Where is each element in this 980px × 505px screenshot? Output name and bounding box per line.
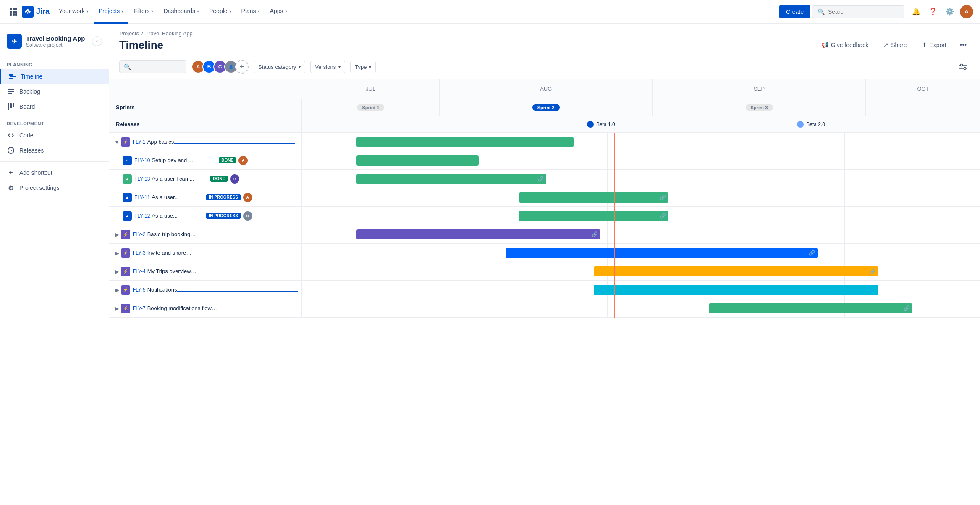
sidebar-add-shortcut[interactable]: + Add shortcut [0, 165, 109, 180]
search-bar[interactable]: 🔍 [812, 5, 904, 18]
svg-point-22 [964, 68, 966, 70]
give-feedback-button[interactable]: 📢 Give feedback [816, 39, 874, 51]
nav-filters[interactable]: Filters ▾ [129, 0, 157, 24]
gantt-bar[interactable]: 🔗 [356, 174, 546, 184]
issue-key[interactable]: FLY-11 [134, 195, 150, 200]
svg-rect-10 [10, 76, 16, 77]
month-sep: SEP [653, 79, 866, 99]
nav-plans[interactable]: Plans ▾ [237, 0, 264, 24]
issue-key[interactable]: FLY-12 [134, 213, 150, 219]
gantt-bar[interactable]: 🔗 [356, 229, 600, 239]
gantt-row-fly2: 🔗 [302, 225, 980, 244]
sidebar-collapse-button[interactable]: ‹ [92, 36, 102, 46]
svg-point-21 [961, 64, 963, 66]
link-icon: 🔗 [870, 268, 876, 274]
page-header: Projects / Travel Booking App Timeline 📢… [109, 24, 980, 55]
create-button[interactable]: Create [779, 5, 810, 18]
gantt-bar[interactable]: 🔗 [506, 248, 817, 258]
issue-key[interactable]: FLY-10 [134, 158, 150, 163]
expand-icon[interactable]: ▶ [113, 286, 121, 294]
breadcrumb-projects-link[interactable]: Projects [119, 30, 139, 37]
issue-title[interactable]: As a use... [152, 213, 206, 219]
status-category-filter[interactable]: Status category ▾ [254, 61, 305, 73]
user-avatar[interactable]: A [960, 5, 973, 18]
svg-rect-13 [8, 91, 14, 92]
nav-dashboards[interactable]: Dashboards ▾ [159, 0, 203, 24]
issue-key[interactable]: FLY-7 [133, 305, 146, 311]
issue-title[interactable]: Setup dev and ... [152, 157, 219, 163]
month-oct: OCT [866, 79, 980, 99]
jira-logo[interactable]: Jira [22, 6, 50, 18]
expand-icon[interactable]: ▶ [113, 267, 121, 276]
sidebar-project-settings[interactable]: ⚙ Project settings [0, 180, 109, 195]
sidebar-item-timeline[interactable]: Timeline [0, 69, 109, 84]
help-icon[interactable]: ❓ [926, 5, 940, 18]
expand-icon[interactable]: ▶ [113, 304, 121, 313]
issue-title[interactable]: Notifications [147, 287, 298, 293]
svg-rect-12 [8, 89, 14, 90]
timeline-area: Sprints Releases ▾ ⚡ FLY-1 App basics ✓ [109, 79, 980, 505]
more-options-icon[interactable]: ••• [956, 38, 970, 52]
issue-title[interactable]: Booking modifications flow [147, 305, 298, 311]
breadcrumb-project-link[interactable]: Travel Booking App [146, 30, 193, 37]
gantt-bar[interactable]: 🔗 [519, 211, 668, 221]
epic-icon: ⚡ [121, 285, 130, 295]
avatar-group: A B C 👤 + [191, 60, 249, 74]
gantt-row-fly5 [302, 281, 980, 299]
timeline-search-input[interactable] [134, 63, 182, 70]
chevron-down-icon: ▾ [197, 9, 199, 13]
nav-apps[interactable]: Apps ▾ [266, 0, 291, 24]
story-icon: ▲ [123, 193, 132, 202]
issue-key[interactable]: FLY-5 [133, 287, 146, 293]
issue-title[interactable]: Basic trip booking [147, 231, 298, 237]
sidebar-item-releases[interactable]: Releases [0, 143, 109, 158]
issue-title[interactable]: My Trips overview [147, 268, 298, 274]
search-input[interactable] [828, 8, 899, 15]
export-button[interactable]: ⬆ Export [917, 39, 951, 51]
chevron-down-icon: ▾ [151, 9, 153, 13]
issue-key[interactable]: FLY-1 [133, 139, 146, 145]
backlog-icon [7, 87, 15, 96]
sidebar-item-board[interactable]: Board [0, 99, 109, 114]
issue-title[interactable]: As a user... [152, 194, 206, 200]
gantt-bar[interactable]: 🔗 [519, 192, 668, 203]
sidebar-item-backlog[interactable]: Backlog [0, 84, 109, 99]
versions-filter[interactable]: Versions ▾ [310, 61, 345, 73]
month-aug: AUG [440, 79, 653, 99]
add-avatar-button[interactable]: + [235, 60, 249, 74]
expand-icon[interactable]: ▾ [113, 138, 121, 146]
expand-icon[interactable]: ▶ [113, 249, 121, 257]
gantt-bar[interactable] [594, 285, 878, 295]
nav-your-work[interactable]: Your work ▾ [55, 0, 93, 24]
share-button[interactable]: ↗ Share [878, 39, 912, 51]
svg-rect-3 [10, 11, 12, 13]
type-filter[interactable]: Type ▾ [350, 61, 376, 73]
nav-projects[interactable]: Projects ▾ [94, 0, 128, 24]
gantt-bar[interactable] [356, 155, 479, 166]
notifications-icon[interactable]: 🔔 [909, 5, 923, 18]
toolbar: 🔍 A B C 👤 + Status category ▾ Versions ▾… [109, 55, 980, 79]
nav-people[interactable]: People ▾ [205, 0, 236, 24]
export-icon: ⬆ [922, 42, 927, 48]
issue-key[interactable]: FLY-2 [133, 231, 146, 237]
avatar: A [243, 193, 252, 202]
issue-key[interactable]: FLY-13 [134, 176, 150, 182]
gantt-bar[interactable] [356, 137, 573, 147]
sidebar-item-code[interactable]: Code [0, 128, 109, 143]
issue-title[interactable]: App basics [147, 139, 298, 145]
gantt-bar[interactable]: 🔗 [709, 303, 912, 313]
issue-title[interactable]: As a user I can ... [152, 176, 210, 182]
issue-title[interactable]: Invite and share [147, 250, 298, 256]
feedback-icon: 📢 [821, 42, 828, 48]
settings-icon[interactable]: ⚙️ [943, 5, 956, 18]
epic-icon: ⚡ [121, 230, 130, 239]
sidebar-divider [0, 161, 109, 162]
issue-key[interactable]: FLY-3 [133, 250, 146, 256]
grid-menu-icon[interactable] [7, 5, 20, 18]
epic-icon: ⚡ [121, 248, 130, 258]
adjust-settings-icon[interactable] [956, 60, 970, 74]
timeline-search[interactable]: 🔍 [119, 60, 186, 73]
issue-key[interactable]: FLY-4 [133, 268, 146, 274]
expand-icon[interactable]: ▶ [113, 230, 121, 239]
gantt-bar[interactable]: 🔗 [594, 266, 878, 276]
